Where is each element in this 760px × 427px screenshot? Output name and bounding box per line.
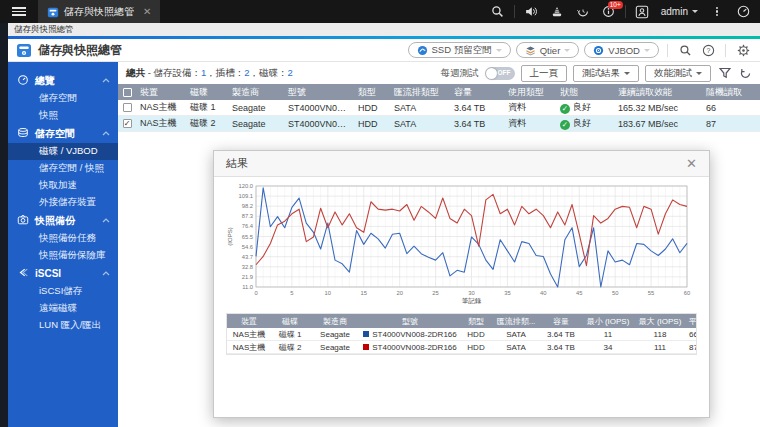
weekly-test-toggle[interactable]: OFF (485, 67, 515, 80)
column-header: 磁碟 (271, 316, 309, 327)
filter-icon[interactable] (719, 67, 731, 79)
chevron-down-icon (564, 49, 570, 52)
sidebar-item-2-1[interactable]: 快照備份保險庫 (8, 247, 118, 264)
chevron-up-icon[interactable] (102, 271, 110, 276)
close-dialog-icon[interactable]: ✕ (686, 157, 697, 170)
sidebar-section-1[interactable]: 儲存空間 (8, 124, 118, 143)
sidebar-section-0[interactable]: 總覽 (8, 71, 118, 90)
column-header: 匯流排類型 (390, 86, 450, 99)
sidebar-item-0-0[interactable]: 儲存空間 (8, 90, 118, 107)
svg-text:87.3: 87.3 (242, 213, 253, 219)
window-taskbar-label[interactable]: 儲存與快照總管 (8, 23, 760, 36)
column-header: 容量 (539, 316, 583, 327)
volume-icon[interactable] (518, 0, 544, 23)
chevron-up-icon[interactable] (102, 131, 110, 136)
disk-table-header-row: 裝置磁碟製造商型號類型匯流排類型容量使用類型狀態連續讀取效能隨機讀取 (118, 84, 760, 100)
cell: ST4000VN008-2DR1... (284, 119, 354, 129)
sidebar-item-3-0[interactable]: iSCSI儲存 (8, 283, 118, 300)
sidebar-item-1-1[interactable]: 儲存空間 / 快照 (8, 160, 118, 177)
column-header: 裝置 (227, 316, 271, 327)
svg-text:筆記錄: 筆記錄 (462, 297, 482, 305)
global-search-icon[interactable] (676, 44, 694, 57)
cell: HDD (459, 343, 493, 352)
close-tab-icon[interactable]: ✕ (143, 6, 151, 17)
storage-snapshots-manager-window: 儲存與快照總管 ✕ 10+ (0, 0, 760, 427)
dashboard-icon[interactable] (730, 0, 756, 23)
system-topbar: 儲存與快照總管 ✕ 10+ (0, 0, 760, 23)
cell: NAS主機 (136, 101, 186, 114)
disks-icon (17, 127, 29, 140)
settings-gear-icon[interactable] (734, 44, 752, 57)
column-header: 狀態 (556, 86, 614, 99)
previous-page-button[interactable]: 上一頁 (521, 65, 568, 82)
svg-text:10: 10 (325, 290, 331, 296)
row-checkbox[interactable]: ✓ (123, 119, 132, 128)
sidebar-section-label: 快照備份 (35, 214, 75, 228)
column-header: 最大 (IOPS) (633, 316, 687, 327)
sidebar-item-2-0[interactable]: 快照備份任務 (8, 230, 118, 247)
chevron-down-icon (696, 72, 702, 75)
cell: 87 (687, 343, 696, 352)
chevron-up-icon[interactable] (102, 78, 110, 83)
svg-text:?: ? (706, 46, 710, 53)
vjbod-button[interactable]: VJBOD (584, 42, 659, 58)
cell: 118 (633, 330, 687, 339)
svg-text:35: 35 (504, 290, 510, 296)
search-icon[interactable] (485, 0, 511, 23)
sidebar-section-3[interactable]: iSCSI (8, 264, 118, 283)
sidebar-item-3-1[interactable]: 遠端磁碟 (8, 300, 118, 317)
storage-app-icon (16, 42, 32, 58)
sidebar-item-3-2[interactable]: LUN 匯入/匯出 (8, 317, 118, 334)
refresh-icon[interactable] (739, 67, 752, 80)
app-tab[interactable]: 儲存與快照總管 ✕ (38, 0, 160, 23)
performance-test-button[interactable]: 效能測試 (645, 65, 711, 82)
row-checkbox-cell (118, 103, 136, 112)
user-icon[interactable] (629, 0, 655, 23)
toolbar-divider (667, 44, 668, 57)
test-result-button[interactable]: 測試結果 (573, 65, 639, 82)
column-header: 型號 (284, 86, 354, 99)
cell: 磁碟 2 (271, 342, 309, 353)
sidebar-item-1-3[interactable]: 外接儲存裝置 (8, 194, 118, 211)
header-checkbox-cell (118, 88, 136, 97)
sidebar-section-2[interactable]: 快照備份 (8, 211, 118, 230)
chevron-up-icon[interactable] (102, 218, 110, 223)
column-header: 使用類型 (504, 86, 556, 99)
help-icon[interactable]: ? (699, 44, 717, 57)
external-device-icon[interactable] (544, 0, 570, 23)
weekly-test-label: 每週測試 (441, 67, 479, 80)
column-header: 製造商 (228, 86, 284, 99)
sidebar-item-1-2[interactable]: 快取加速 (8, 177, 118, 194)
select-all-checkbox[interactable] (123, 88, 132, 97)
more-options-icon[interactable] (704, 0, 730, 23)
notification-badge: 10+ (608, 1, 623, 9)
row-checkbox[interactable] (123, 103, 132, 112)
background-tasks-icon[interactable] (570, 0, 596, 23)
result-table: 裝置磁碟製造商型號類型匯流排類...容量最小 (IOPS)最大 (IOPS)平均… (226, 313, 697, 355)
result-row-2: NAS主機磁碟 2SeagateST4000VN008-2DR166HDDSAT… (227, 341, 696, 354)
main-menu-button[interactable] (0, 0, 38, 23)
svg-text:21.9: 21.9 (242, 274, 253, 280)
iops-chart: 120.0109.198.287.376.465.554.643.732.821… (214, 177, 709, 309)
ssd-overprovisioning-button[interactable]: SSD 預留空間 (408, 42, 511, 58)
cell: SATA (493, 343, 539, 352)
gauge-icon (17, 74, 29, 87)
qtier-button[interactable]: Qtier (516, 42, 580, 58)
notifications-icon[interactable]: 10+ (596, 0, 622, 23)
sidebar-item-1-0[interactable]: 磁碟 / VJBOD (8, 143, 118, 160)
cell: Seagate (309, 343, 361, 352)
result-dialog-header: 結果 ✕ (214, 151, 709, 177)
user-menu[interactable]: admin (655, 6, 704, 17)
disk-row-1[interactable]: NAS主機磁碟 1SeagateST4000VN008-2DR1...HDDSA… (118, 100, 760, 116)
svg-text:55: 55 (648, 290, 654, 296)
cell: HDD (354, 103, 390, 113)
cell: 11 (583, 330, 633, 339)
sidebar-section-label: iSCSI (35, 268, 61, 279)
svg-text:(IOPS): (IOPS) (227, 227, 233, 245)
status-good-icon: ✓ (560, 120, 570, 130)
sidebar-item-0-1[interactable]: 快照 (8, 107, 118, 124)
vjbod-icon (593, 45, 604, 56)
ssd-icon (417, 45, 428, 56)
svg-text:32.8: 32.8 (242, 264, 253, 270)
disk-row-2[interactable]: ✓NAS主機磁碟 2SeagateST4000VN008-2DR1...HDDS… (118, 116, 760, 132)
